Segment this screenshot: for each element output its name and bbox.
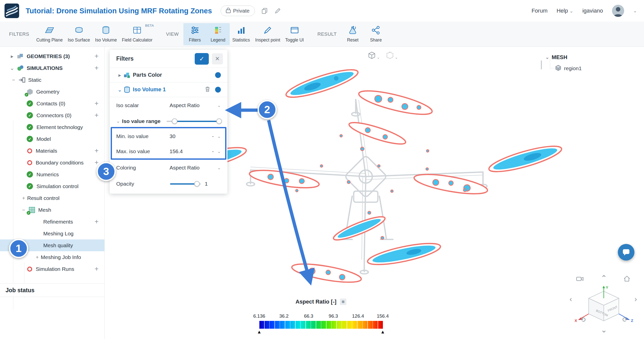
support-chat-button[interactable]: [618, 244, 634, 261]
slider-handle-max[interactable]: [216, 118, 222, 124]
app-logo-icon[interactable]: [5, 4, 19, 18]
tree-item-simulations[interactable]: ⌄ SIMULATIONS +: [0, 62, 104, 74]
tree-item-label: Model: [36, 136, 51, 142]
panel-resize-handle[interactable]: [541, 60, 542, 69]
axis-z-label: Z: [631, 318, 633, 323]
chevron-right-icon[interactable]: ›: [634, 295, 637, 303]
help-menu[interactable]: Help ⌄: [556, 8, 573, 14]
tree-item-meshing-log[interactable]: Meshing Log: [0, 228, 104, 239]
tree-item-model[interactable]: ✓ Model: [0, 133, 104, 145]
legend-settings-button[interactable]: [340, 299, 346, 305]
tree-item-refinements[interactable]: Refinements +: [0, 216, 104, 228]
expand-icon[interactable]: +: [34, 254, 41, 260]
max-unit-select[interactable]: - ⌄: [212, 148, 221, 154]
statistics-button[interactable]: Statistics: [230, 23, 253, 45]
mesh-panel-header[interactable]: ⌄ MESH: [545, 52, 640, 63]
tree-item-geometry[interactable]: ✓ Geometry: [0, 86, 104, 98]
range-marker-min-icon[interactable]: ▲: [257, 329, 262, 335]
slider-handle[interactable]: [194, 181, 200, 187]
coloring-select[interactable]: Aspect Ratio ⌄: [170, 165, 221, 171]
tree-item-contacts[interactable]: ✓ Contacts (0) +: [0, 98, 104, 109]
share-button[interactable]: Share: [364, 23, 387, 45]
max-iso-value-input[interactable]: 156.4: [170, 148, 202, 154]
expand-icon[interactable]: +: [20, 195, 27, 201]
apply-button[interactable]: ✓: [195, 53, 209, 65]
legend-toggle-button[interactable]: Legend: [207, 23, 230, 45]
add-contact-button[interactable]: +: [93, 100, 100, 107]
username-label[interactable]: igaviano: [582, 8, 603, 14]
region1-item[interactable]: region1: [555, 63, 640, 74]
beta-badge: BETA: [145, 24, 154, 27]
chevron-down-icon[interactable]: ⌄: [116, 87, 123, 93]
tree-item-boundary-conditions[interactable]: Boundary conditions +: [0, 157, 104, 168]
close-button[interactable]: ✕: [212, 53, 223, 64]
iso-volume-1-toggle[interactable]: [215, 87, 221, 93]
chevron-right-icon[interactable]: ▸: [116, 72, 123, 78]
tree-item-static[interactable]: − Static: [0, 74, 104, 86]
tree-item-simulation-runs[interactable]: Simulation Runs +: [0, 263, 104, 275]
field-calculator-button[interactable]: BETA Field Calculator: [119, 23, 155, 45]
add-geometry-button[interactable]: +: [93, 53, 100, 60]
iso-range-slider[interactable]: [167, 118, 221, 124]
chevron-down-icon[interactable]: ⌄: [9, 65, 16, 71]
unit-value: -: [212, 148, 214, 154]
tree-item-label: Element technology: [36, 124, 83, 130]
parts-color-section[interactable]: ▸ Parts Color: [110, 68, 227, 82]
add-connector-button[interactable]: +: [93, 112, 100, 119]
tree-item-materials[interactable]: Materials +: [0, 145, 104, 157]
tree-item-result-control[interactable]: + Result control: [0, 192, 104, 204]
collapse-icon[interactable]: −: [10, 77, 17, 83]
tree-item-numerics[interactable]: ✓ Numerics: [0, 168, 104, 180]
chevron-down-icon[interactable]: ⌄: [116, 118, 120, 124]
tree-item-label: Contacts (0): [36, 101, 65, 107]
result-section-label: RESULT: [317, 31, 337, 37]
forum-link[interactable]: Forum: [532, 8, 548, 14]
tree-item-simulation-control[interactable]: ✓ Simulation control: [0, 180, 104, 192]
iso-scalar-select[interactable]: Aspect Ratio ⌄: [170, 102, 221, 108]
tree-item-element-technology[interactable]: ✓ Element technology: [0, 121, 104, 133]
reset-button[interactable]: Reset: [341, 23, 364, 45]
cutting-plane-button[interactable]: Cutting Plane: [34, 23, 65, 45]
tree-item-mesh[interactable]: − ✓ Mesh: [0, 204, 104, 216]
copy-icon[interactable]: [261, 8, 268, 14]
avatar[interactable]: [612, 5, 624, 17]
view-cube-3d[interactable]: BOTTOM FRONT Y X Z: [566, 281, 641, 331]
parts-color-toggle[interactable]: [215, 72, 221, 78]
filters-section-label: FILTERS: [9, 31, 29, 37]
chevron-left-icon[interactable]: ‹: [570, 295, 572, 303]
tree-item-connectors[interactable]: ✓ Connectors (0) +: [0, 109, 104, 121]
privacy-badge[interactable]: Private: [221, 6, 255, 16]
tree-item-geometries[interactable]: ▸ GEOMETRIES (3) +: [0, 50, 104, 62]
collapse-icon[interactable]: −: [20, 207, 27, 213]
account-chevron-icon[interactable]: ⌄: [633, 8, 637, 14]
delete-icon[interactable]: [205, 86, 211, 94]
perspective-view-button[interactable]: ⌄: [368, 51, 380, 59]
min-iso-value-input[interactable]: 30: [170, 133, 202, 139]
tree-item-label: Numerics: [36, 172, 59, 178]
iso-scalar-value: Aspect Ratio: [170, 102, 199, 108]
add-simulation-button[interactable]: +: [93, 64, 100, 72]
rotate-cw-icon[interactable]: ⟳: [622, 316, 628, 324]
tree-item-label: Result control: [27, 195, 59, 201]
add-material-button[interactable]: +: [93, 147, 100, 155]
inspect-point-button[interactable]: Inspect point: [253, 23, 283, 45]
iso-volume-1-section[interactable]: ⌄ Iso Volume 1: [110, 82, 227, 97]
min-unit-select[interactable]: - ⌄: [212, 133, 221, 139]
iso-surface-button[interactable]: Iso Surface: [65, 23, 93, 45]
orthographic-view-button[interactable]: ⌄: [386, 51, 398, 59]
edit-pencil-icon[interactable]: [274, 8, 281, 14]
filters-panel-header: Filters ✓ ✕: [110, 50, 227, 68]
toggle-ui-button[interactable]: Toggle UI: [283, 23, 306, 45]
range-marker-max-icon[interactable]: ▲: [380, 329, 385, 335]
chevron-right-icon[interactable]: ▸: [9, 53, 16, 59]
tree-item-label: Static: [28, 77, 42, 83]
add-simulation-run-button[interactable]: +: [93, 265, 100, 273]
chevron-down-icon[interactable]: ⌄: [601, 325, 607, 334]
add-refinement-button[interactable]: +: [93, 218, 100, 226]
job-status-section[interactable]: Job status: [0, 283, 104, 297]
rotate-ccw-icon[interactable]: ⟲: [580, 316, 586, 324]
filters-toggle-button[interactable]: Filters: [183, 23, 207, 45]
opacity-slider[interactable]: [170, 181, 201, 187]
iso-volume-button[interactable]: Iso Volume: [93, 23, 119, 45]
slider-handle-min[interactable]: [172, 118, 177, 124]
